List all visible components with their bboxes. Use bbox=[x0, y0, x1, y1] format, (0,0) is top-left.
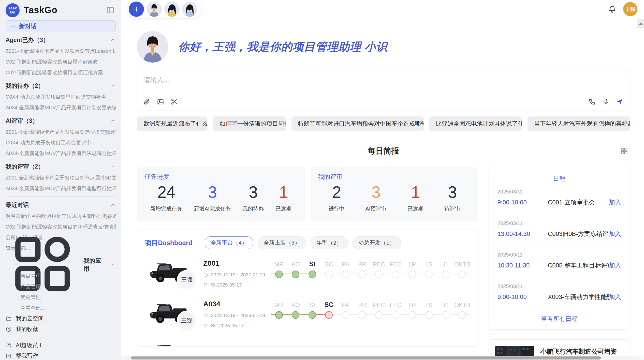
suggestion-chip[interactable]: 欧洲新规最近颁布了什么? bbox=[137, 116, 207, 131]
schedule-title: 日程 bbox=[497, 174, 621, 183]
flag-icon bbox=[203, 323, 208, 328]
sidebar-task-item[interactable]: Z001-全新燃油皮卡产品开发项目SI节点Lesson Learn报告 bbox=[6, 46, 116, 56]
topbar: 王强 bbox=[121, 0, 644, 18]
milestone-dot bbox=[375, 311, 383, 319]
sidebar-link-1[interactable]: 我的收藏 bbox=[6, 324, 116, 335]
metric: 1已逾期 bbox=[275, 183, 291, 212]
sidebar-task-item[interactable]: Z001-全新燃油轻卡产品开发项目SI节点属性5D文件评审 bbox=[6, 172, 116, 183]
milestone-pa: PA bbox=[337, 299, 354, 319]
sidebar-section-header[interactable]: AI评审（3） bbox=[6, 115, 116, 127]
participant-avatar[interactable] bbox=[147, 2, 162, 17]
sidebar-tool-label: 帮我写作 bbox=[16, 352, 38, 360]
milestone-dot bbox=[425, 271, 433, 278]
dashboard-tab[interactable]: 动总开发（1） bbox=[353, 236, 401, 249]
mic-icon[interactable] bbox=[602, 98, 609, 105]
milestone-dot bbox=[358, 271, 366, 278]
user-avatar[interactable]: 王强 bbox=[623, 2, 637, 16]
milestone-label: KO bbox=[291, 299, 300, 309]
notification-bell-icon[interactable] bbox=[608, 5, 617, 13]
project-dates-text: 2023-12-19～2027-01-19 bbox=[211, 272, 265, 278]
schedule-date: 2025/03/11 bbox=[497, 252, 621, 258]
suggestion-chip[interactable]: 如何写一份清晰的项目周报 bbox=[213, 116, 286, 131]
participant-avatar[interactable] bbox=[164, 2, 180, 17]
recent-chat-item[interactable]: 解释最新出台的欧盟报废车法规再生塑料比例被调至15%... bbox=[6, 211, 116, 221]
sidebar-task-item[interactable]: C0X4-动力总成开发项目工程变更评审 bbox=[6, 137, 116, 148]
sidebar-section-header[interactable]: Agent已办（3） bbox=[6, 34, 116, 46]
join-link[interactable]: 加入 bbox=[609, 198, 621, 206]
scroll-up-button[interactable] bbox=[637, 19, 644, 28]
send-icon[interactable] bbox=[616, 98, 623, 105]
suggestion-chips: 欧洲新规最近颁布了什么?如何写一份清晰的项目周报特朗普可能对进口汽车增税会对中国… bbox=[137, 116, 630, 131]
daily-brief-title: 每日简报 bbox=[137, 146, 630, 156]
milestone-mr: MR bbox=[271, 299, 287, 319]
project-flag: SC-2025-05-17 bbox=[203, 323, 268, 328]
scissors-icon[interactable] bbox=[171, 98, 178, 105]
dashboard-tab[interactable]: 全新上装（3） bbox=[258, 236, 306, 249]
sidebar-task-item[interactable]: C02-飞腾新能源轻客改款项目里程碑画布 bbox=[6, 56, 116, 67]
recent-chats-title: 最近对话 bbox=[6, 201, 29, 209]
suggestion-chip[interactable]: 特朗普可能对进口汽车增税会对中国车企造成哪些影响 bbox=[291, 116, 424, 131]
metric-label: 我的待办 bbox=[242, 205, 264, 212]
milestone-track: MRKOSISCPAPRPECFECLRLSJ1OKTB bbox=[271, 298, 471, 319]
schedule-date: 2025/03/11 bbox=[497, 283, 621, 289]
composer-input[interactable]: 请输入... bbox=[144, 76, 623, 84]
recent-chats-header[interactable]: 最近对话 bbox=[6, 199, 116, 211]
schedule-time: 13:00-14:30 bbox=[497, 230, 548, 237]
writing-icon bbox=[6, 353, 12, 359]
sidebar-task-item[interactable]: A034-全新新能源MUV产品开发项目造型可行性评审 bbox=[6, 183, 116, 194]
paperclip-icon[interactable] bbox=[143, 98, 150, 105]
sidebar-task-item[interactable]: Z001-全新燃油轻卡产品开发项目SI造型提交物评审 bbox=[6, 127, 116, 137]
right-column: 日程 2025/03/119:00-10:00C001-立项审批会加入2025/… bbox=[489, 167, 630, 360]
sidebar-collapse-icon[interactable] bbox=[106, 6, 115, 14]
schedule-entry-line: 9:00-10:00X003-车辆动力学性能验...加入 bbox=[497, 293, 621, 301]
milestone-dot bbox=[392, 271, 399, 278]
join-link[interactable]: 加入 bbox=[609, 230, 621, 238]
join-link[interactable]: 加入 bbox=[609, 261, 621, 269]
phone-icon[interactable] bbox=[589, 98, 596, 105]
milestone-label: J1 bbox=[443, 299, 449, 309]
daily-brief-columns: 任务进度24新增完成任务3新增AI完成任务3我的待办1已逾期我的评审2进行中3A… bbox=[137, 167, 630, 360]
milestone-ko: KO bbox=[287, 299, 304, 319]
participant-avatar[interactable] bbox=[182, 2, 197, 17]
sidebar-tool-1[interactable]: 帮我写作 bbox=[6, 351, 116, 360]
view-all-schedule-link[interactable]: 查看所有日程 bbox=[497, 315, 621, 323]
add-conversation-button[interactable] bbox=[129, 2, 144, 17]
project-info: A0342023-12-19～2026-01-19SC-2025-05-17 bbox=[203, 298, 268, 328]
milestone-label: SI bbox=[309, 258, 315, 268]
sidebar-tool-0[interactable]: AI超级员工 bbox=[6, 340, 116, 351]
sidebar-section-header[interactable]: 我的评审（2） bbox=[6, 161, 116, 172]
milestone-lr: LR bbox=[404, 258, 421, 278]
metric: 3AI预评审 bbox=[365, 183, 387, 212]
sidebar-task-item[interactable]: C0X4-动力总成开发项目SI里程碑提交物检查 bbox=[6, 92, 116, 102]
project-row[interactable]: 王强A0342023-12-19～2026-01-19SC-2025-05-17… bbox=[145, 298, 471, 331]
taskgo-logo: Task Go bbox=[6, 3, 20, 17]
app-menu-item[interactable]: 查看全部... bbox=[6, 303, 116, 313]
stat-card: 任务进度24新增完成任务3新增AI完成任务3我的待办1已逾期 bbox=[137, 167, 305, 221]
sidebar-task-item[interactable]: A034-全新新能源MUV产品开发项目法规符合性评审 bbox=[6, 148, 116, 159]
join-link[interactable]: 加入 bbox=[609, 293, 621, 301]
suggestion-chip[interactable]: 比亚迪全固态电池计划具体说了什么 bbox=[429, 116, 522, 131]
milestone-label: PR bbox=[358, 258, 366, 268]
dashboard-tab[interactable]: 全新平台（4） bbox=[205, 236, 253, 249]
my-apps-header[interactable]: 我的应用 bbox=[6, 259, 116, 271]
dashboard-tab[interactable]: 年型（2） bbox=[311, 236, 348, 249]
sidebar-section-header[interactable]: 我的待办（2） bbox=[6, 80, 116, 92]
sidebar-task-item[interactable]: A034-全新新能源MUV产品开发项目计划变更表编写 bbox=[6, 102, 116, 113]
milestone-dot bbox=[342, 271, 349, 278]
sidebar-task-item[interactable]: C02-飞腾新能源轻客改款项目立项汇报方案 bbox=[6, 67, 116, 78]
sidebar-link-0[interactable]: 我的云空间 bbox=[6, 313, 116, 324]
schedule-event-title: C003|H0B-方案冻结评审 bbox=[548, 230, 609, 238]
new-chat-button[interactable]: 新对话 bbox=[6, 20, 116, 32]
milestone-j1: J1 bbox=[437, 258, 454, 278]
horizontal-scrollbar-thumb[interactable] bbox=[131, 356, 601, 359]
metric: 2进行中 bbox=[329, 183, 345, 212]
assistant-avatar bbox=[137, 31, 168, 63]
image-icon[interactable] bbox=[157, 98, 164, 105]
project-list: 王强Z0012023-12-19～2027-01-19SI-2025-05-17… bbox=[145, 258, 471, 347]
layout-grid-icon[interactable] bbox=[620, 147, 628, 155]
suggestion-chip[interactable]: 当下年轻人对汽车外观有怎样的喜好趋势 bbox=[528, 116, 630, 131]
project-row-partial[interactable] bbox=[145, 339, 471, 347]
milestone-label: SC bbox=[324, 299, 333, 309]
milestone-ls: LS bbox=[421, 258, 437, 278]
project-row[interactable]: 王强Z0012023-12-19～2027-01-19SI-2025-05-17… bbox=[145, 258, 471, 290]
